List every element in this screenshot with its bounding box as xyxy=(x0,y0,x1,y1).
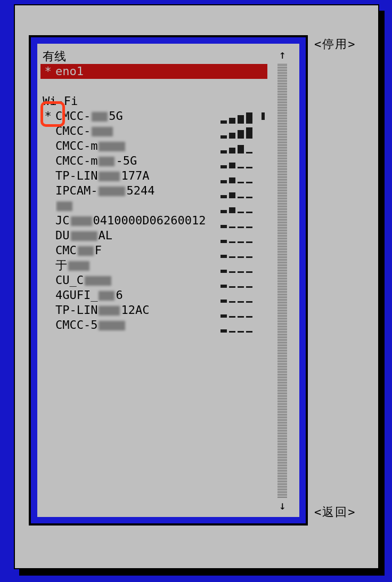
connection-name: eno1 xyxy=(55,64,267,79)
connection-name: DUAL xyxy=(55,228,220,243)
signal-strength-icon xyxy=(220,273,259,288)
signal-strength-icon xyxy=(220,228,259,243)
connection-name: TP-LIN177A xyxy=(55,168,220,183)
signal-strength-icon xyxy=(220,303,259,318)
wifi-connection-item[interactable]: CU_C xyxy=(40,273,267,288)
wifi-connection-item[interactable]: JC0410000D06260012 xyxy=(40,213,267,228)
wifi-connection-item[interactable]: TP-LIN12AC xyxy=(40,303,267,318)
connection-list[interactable]: 有线*eno1Wi-Fi*CMCC-5GCMCC-CMCC-mCMCC-m-5G… xyxy=(40,49,267,512)
connection-name: CMCC- xyxy=(55,124,220,139)
connection-name: 4GUFI_6 xyxy=(55,288,220,303)
wifi-section-title: Wi-Fi xyxy=(40,94,267,109)
scroll-down-icon[interactable]: ↓ xyxy=(279,500,285,512)
wifi-connection-item[interactable]: 于 xyxy=(40,258,267,273)
connection-name: TP-LIN12AC xyxy=(55,303,220,318)
signal-strength-icon xyxy=(220,168,259,183)
wifi-connection-item[interactable]: 4GUFI_6 xyxy=(40,288,267,303)
panel-inner-frame: 有线*eno1Wi-Fi*CMCC-5GCMCC-CMCC-mCMCC-m-5G… xyxy=(35,42,301,519)
scrollbar[interactable]: ↑ ↓ xyxy=(276,49,289,512)
signal-strength-icon xyxy=(220,198,259,213)
signal-strength-icon xyxy=(220,258,259,273)
scroll-up-icon[interactable]: ↑ xyxy=(279,49,285,61)
signal-strength-icon xyxy=(220,288,259,303)
wifi-connection-item[interactable]: CMCC-m-5G xyxy=(40,153,267,168)
wifi-connection-item[interactable]: TP-LIN177A xyxy=(40,168,267,183)
wifi-connection-item[interactable]: CMCC- xyxy=(40,124,267,139)
wired-section-title: 有线 xyxy=(40,49,267,64)
active-marker: * xyxy=(40,64,55,79)
signal-strength-icon xyxy=(220,109,259,124)
active-marker: * xyxy=(40,109,55,124)
wifi-connection-item[interactable]: DUAL xyxy=(40,228,267,243)
connection-name: CMCC-m-5G xyxy=(55,153,220,168)
secure-lock-icon xyxy=(259,112,267,120)
wifi-connection-item[interactable]: IPCAM-5244 xyxy=(40,183,267,198)
signal-strength-icon xyxy=(220,243,259,258)
scroll-track[interactable] xyxy=(277,63,287,498)
wifi-connection-item[interactable]: *CMCC-5G xyxy=(40,109,267,124)
connection-name: JC0410000D06260012 xyxy=(55,213,220,228)
connection-name xyxy=(55,198,220,213)
signal-strength-icon xyxy=(220,139,259,153)
signal-strength-icon xyxy=(220,153,259,168)
connection-name: IPCAM-5244 xyxy=(55,183,220,198)
signal-strength-icon xyxy=(220,183,259,198)
signal-strength-icon xyxy=(220,318,259,333)
connection-name: CMCC-5 xyxy=(55,318,220,333)
spacer xyxy=(40,79,267,94)
wifi-connection-item[interactable]: CMCF xyxy=(40,243,267,258)
disable-button[interactable]: <停用> xyxy=(314,36,356,52)
wifi-connection-item[interactable]: CMCC-m xyxy=(40,139,267,153)
back-button[interactable]: <返回> xyxy=(314,504,356,520)
wifi-connection-item[interactable]: CMCC-5 xyxy=(40,318,267,333)
connection-name: CMCF xyxy=(55,243,220,258)
connection-name: CU_C xyxy=(55,273,220,288)
connection-name: 于 xyxy=(55,258,220,273)
connection-name: CMCC-m xyxy=(55,139,220,153)
connection-name: CMCC-5G xyxy=(55,109,220,124)
wifi-connection-item[interactable] xyxy=(40,198,267,213)
signal-strength-icon xyxy=(220,213,259,228)
signal-strength-icon xyxy=(220,124,259,139)
nmtui-window: 有线*eno1Wi-Fi*CMCC-5GCMCC-CMCC-mCMCC-m-5G… xyxy=(14,4,379,569)
connection-list-panel: 有线*eno1Wi-Fi*CMCC-5GCMCC-CMCC-mCMCC-m-5G… xyxy=(29,35,308,526)
wired-connection-item[interactable]: *eno1 xyxy=(40,64,267,79)
